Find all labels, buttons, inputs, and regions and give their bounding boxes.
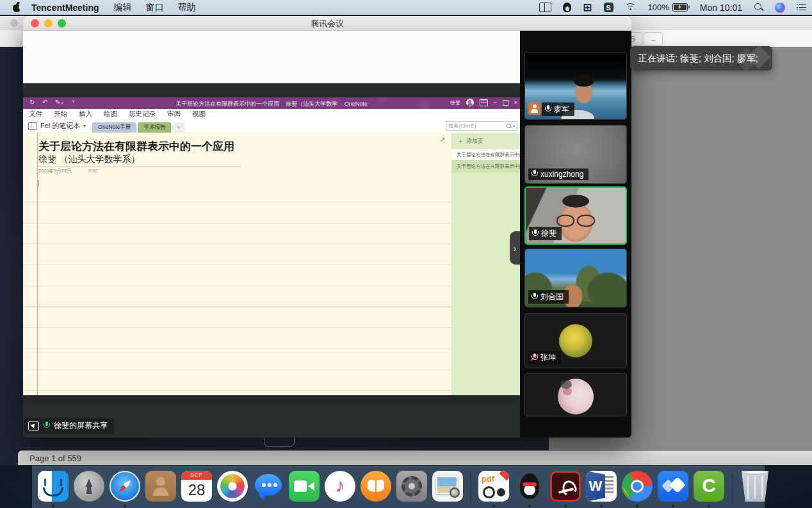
menu-help[interactable]: 帮助	[171, 2, 203, 13]
mic-icon	[532, 229, 539, 238]
notebook-icon	[28, 122, 37, 130]
dock-icon-word[interactable]: W	[585, 471, 617, 508]
dock-icon-photos[interactable]	[216, 471, 248, 508]
add-page-button[interactable]: ＋ 添加页	[451, 133, 520, 149]
spotlight-icon[interactable]	[749, 0, 769, 15]
ruled-lines	[23, 202, 451, 395]
plus-icon: ＋	[457, 136, 464, 146]
dock-icon-tencent-meeting[interactable]	[657, 471, 689, 508]
video-app-tray-icon[interactable]	[533, 0, 557, 15]
tab-review[interactable]: 审阅	[161, 110, 186, 119]
dock-icon-launchpad[interactable]	[73, 471, 105, 508]
tab-draw[interactable]: 绘图	[98, 110, 123, 119]
meeting-titlebar[interactable]: 腾讯会议	[23, 16, 631, 31]
expand-page-icon[interactable]: ↗	[439, 136, 445, 144]
inactive-traffic-light	[10, 19, 18, 27]
dock-icon-calendar[interactable]: SEP28	[181, 471, 213, 508]
chevron-down-icon: ▾	[83, 123, 86, 129]
tab-file[interactable]: 文件	[23, 110, 48, 119]
notification-center-icon[interactable]	[791, 0, 812, 15]
dock-icon-camtasia[interactable]: C	[693, 471, 725, 508]
dock-icon-pdf-expert[interactable]: pdf	[478, 471, 510, 508]
pdf-page-dark-sliver	[0, 450, 18, 465]
restore-button[interactable]	[503, 100, 508, 106]
dock-icon-books[interactable]	[360, 471, 392, 508]
participant-tile-zhangkun[interactable]: 张坤	[524, 313, 627, 368]
notebook-selector[interactable]: Fei 的笔记本 ▾	[23, 121, 92, 133]
title-block-underline	[38, 166, 241, 167]
menu-bar: TencentMeeting 编辑 窗口 帮助 ⊞ S 100% Mon 10:…	[0, 0, 812, 15]
participant-tile-liuheguo[interactable]: 刘合国	[524, 249, 627, 307]
menu-edit[interactable]: 编辑	[107, 2, 139, 13]
menu-app-name[interactable]: TencentMeeting	[24, 3, 107, 13]
onenote-ribbon-tabs: 文件 开始 插入 绘图 历史记录 审阅 视图	[23, 109, 520, 120]
search-icon	[507, 124, 512, 129]
note-time: 9:02	[88, 168, 98, 174]
page-list-item[interactable]: 关于层论方法在有限群表示中的应	[451, 161, 520, 172]
dock-icon-finder[interactable]	[37, 471, 69, 508]
dock-icon-contacts[interactable]	[145, 471, 177, 508]
text-caret	[38, 180, 38, 187]
participant-tile-xuxingzhong[interactable]: xuxingzhong	[524, 125, 627, 184]
dock-icon-acrobat[interactable]	[549, 471, 581, 508]
collapse-panel-handle[interactable]: ›	[510, 231, 520, 265]
dock-icon-chrome[interactable]	[621, 471, 653, 508]
add-section-tab[interactable]: +	[172, 122, 184, 133]
section-tab-manual[interactable]: OneNote手册	[92, 122, 136, 133]
mic-active-icon	[43, 422, 50, 430]
onenote-window: ↻ ↶ ✎∨ ∨ 关于层论方法在有限群表示中的一个应用 徐斐（汕头大学数学 - …	[23, 97, 520, 395]
arrow-tool-button[interactable]: →	[644, 32, 663, 46]
speaking-indicator: 正在讲话: 徐斐; 刘合国; 廖军;	[630, 46, 772, 70]
note-author[interactable]: 徐斐 （汕头大学数学系）	[38, 154, 140, 165]
battery-icon	[672, 3, 688, 12]
search-input[interactable]: 搜索(Ctrl+E) ▾	[446, 121, 517, 131]
sogou-tray-icon[interactable]: S	[598, 0, 619, 15]
onenote-window-title: 关于层论方法在有限群表示中的一个应用 徐斐（汕头大学数学 - OneNote	[23, 100, 520, 108]
tab-history[interactable]: 历史记录	[123, 110, 161, 119]
page-list-item-selected[interactable]: 关于层论方法在有限群表示中的一	[451, 149, 520, 161]
dock-icon-facetime[interactable]	[288, 471, 320, 508]
wifi-icon[interactable]	[619, 0, 642, 15]
participant-tile-guest[interactable]	[524, 373, 627, 416]
note-page[interactable]: 关于层论方法在有限群表示中的一个应用 徐斐 （汕头大学数学系） 2020年9月2…	[23, 133, 451, 395]
apple-menu-icon[interactable]	[13, 3, 21, 12]
running-indicator	[708, 505, 710, 507]
menu-clock[interactable]: Mon 10:01	[694, 0, 749, 15]
minimize-button[interactable]: –	[494, 99, 497, 106]
dock-icon-music[interactable]: ♪	[324, 471, 356, 508]
siri-icon[interactable]	[769, 0, 791, 15]
dock-icon-safari[interactable]	[109, 471, 141, 508]
input-method-tray-icon[interactable]: ⊞	[577, 0, 597, 15]
onenote-titlebar: ↻ ↶ ✎∨ ∨ 关于层论方法在有限群表示中的一个应用 徐斐（汕头大学数学 - …	[23, 97, 520, 109]
running-indicator	[528, 505, 531, 507]
close-button[interactable]: ×	[514, 99, 517, 106]
margin-line	[37, 133, 38, 395]
dock-icon-messages[interactable]	[252, 471, 284, 508]
running-indicator	[124, 505, 126, 507]
pdf-status-bar: Page 1 of 559	[18, 450, 812, 465]
dock: SEP28 ♪ pdf W C	[32, 466, 765, 508]
dock-divider	[470, 472, 471, 504]
qq-tray-icon[interactable]	[557, 0, 577, 15]
dock-icon-system-preferences[interactable]	[396, 471, 428, 508]
participant-tile-xufei-active-speaker[interactable]: 徐斐	[524, 186, 627, 245]
note-meta: 2020年9月28日 9:02	[38, 168, 97, 174]
running-indicator	[600, 505, 603, 507]
note-date: 2020年9月28日	[38, 168, 72, 174]
mic-icon	[544, 105, 551, 114]
dock-icon-trash[interactable]	[739, 471, 771, 508]
tab-view[interactable]: 视图	[186, 110, 211, 119]
mic-icon	[531, 170, 538, 179]
battery-status[interactable]: 100%	[642, 0, 694, 15]
menu-window[interactable]: 窗口	[139, 2, 171, 13]
note-title[interactable]: 关于层论方法在有限群表示中的一个应用	[38, 139, 234, 154]
ribbon-options-icon[interactable]	[480, 99, 488, 106]
tab-insert[interactable]: 插入	[73, 110, 98, 119]
dock-icon-preview[interactable]	[432, 471, 464, 508]
tab-home[interactable]: 开始	[48, 110, 73, 119]
account-name[interactable]: 徐斐	[450, 99, 460, 106]
participant-tile-liaojun[interactable]: 廖军	[524, 52, 627, 120]
section-tab-reports[interactable]: 学术报告	[138, 122, 171, 133]
account-avatar[interactable]	[466, 99, 474, 106]
dock-icon-qq[interactable]	[514, 471, 546, 508]
